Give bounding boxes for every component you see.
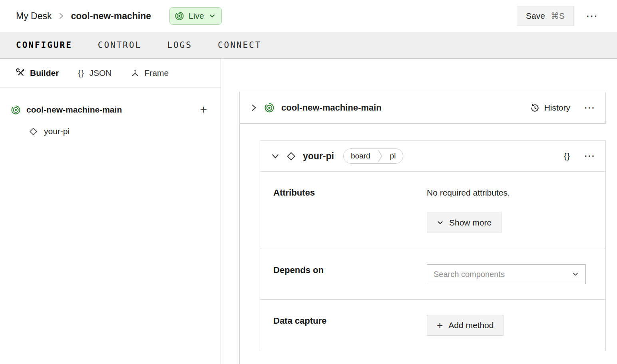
data-capture-content: + Add method xyxy=(427,315,586,336)
machine-card-title: cool-new-machine-main xyxy=(281,103,382,113)
save-button[interactable]: Save ⌘S xyxy=(517,6,574,26)
braces-icon: {} xyxy=(564,151,570,160)
breadcrumb-root[interactable]: My Desk xyxy=(16,11,52,22)
save-label: Save xyxy=(526,11,545,21)
mode-builder[interactable]: Builder xyxy=(16,68,59,78)
tab-logs[interactable]: LOGS xyxy=(167,40,192,50)
breadcrumb: My Desk cool-new-machine xyxy=(16,11,151,22)
machine-part-tree: cool-new-machine-main + your-pi xyxy=(0,87,221,140)
chevron-down-icon xyxy=(209,13,215,19)
mode-frame[interactable]: Frame xyxy=(131,68,169,78)
clock-history-icon xyxy=(530,103,539,113)
collapse-component-chevron-down-icon[interactable] xyxy=(271,152,279,160)
machine-more-button[interactable]: ⋯ xyxy=(584,102,595,113)
live-status-dropdown[interactable]: Live xyxy=(169,7,222,25)
badge-pi[interactable]: pi xyxy=(383,149,403,163)
attributes-section: Attributes No required attributes. Show … xyxy=(260,172,605,249)
badge-board[interactable]: board xyxy=(344,149,378,163)
top-header: My Desk cool-new-machine Live Save xyxy=(0,0,617,32)
tree-item-machine-main[interactable]: cool-new-machine-main + xyxy=(11,101,221,119)
chevron-down-icon xyxy=(437,220,444,226)
chevron-right-icon xyxy=(58,12,64,20)
tools-icon xyxy=(16,68,25,77)
breadcrumb-current: cool-new-machine xyxy=(71,11,151,22)
header-actions: Save ⌘S ⋯ xyxy=(517,6,601,26)
component-more-button[interactable]: ⋯ xyxy=(584,150,595,162)
header-more-button[interactable]: ⋯ xyxy=(583,9,601,23)
save-shortcut: ⌘S xyxy=(551,11,565,21)
ellipsis-icon: ⋯ xyxy=(586,9,598,22)
tree-indent-line xyxy=(239,124,240,364)
history-label: History xyxy=(544,103,570,113)
component-json-button[interactable]: {} xyxy=(564,151,570,161)
history-button[interactable]: History xyxy=(530,103,570,113)
show-more-button[interactable]: Show more xyxy=(427,212,502,233)
ellipsis-icon: ⋯ xyxy=(584,101,595,114)
mode-json[interactable]: {} JSON xyxy=(78,68,111,78)
data-capture-label: Data capture xyxy=(273,315,427,326)
depends-on-label: Depends on xyxy=(273,264,427,275)
component-card-header: your-pi board pi {} ⋯ xyxy=(260,141,605,172)
depends-on-section: Depends on xyxy=(260,249,605,299)
machine-part-card: cool-new-machine-main History xyxy=(239,92,606,124)
chevron-down-icon xyxy=(572,271,579,277)
config-sidebar: Builder {} JSON Frame xyxy=(0,59,221,364)
attributes-content: No required attributes. Show more xyxy=(427,187,586,233)
depends-on-select[interactable] xyxy=(427,264,586,284)
main-tabbar: CONFIGURE CONTROL LOGS CONNECT xyxy=(0,32,617,59)
tab-configure[interactable]: CONFIGURE xyxy=(16,40,72,50)
braces-icon: {} xyxy=(78,68,84,78)
plus-icon: + xyxy=(437,320,443,330)
component-card-actions: {} ⋯ xyxy=(564,150,595,162)
diamond-icon xyxy=(286,151,296,161)
live-label: Live xyxy=(189,11,204,21)
component-type-badges: board pi xyxy=(343,148,403,164)
add-method-label: Add method xyxy=(448,320,494,330)
search-components-input[interactable] xyxy=(434,270,568,279)
config-main: cool-new-machine-main History xyxy=(221,59,617,364)
ellipsis-icon: ⋯ xyxy=(584,150,595,162)
show-more-label: Show more xyxy=(449,218,492,228)
component-card-your-pi: your-pi board pi {} ⋯ xyxy=(260,140,606,351)
tab-connect[interactable]: CONNECT xyxy=(218,40,262,50)
expand-machine-chevron-right-icon[interactable] xyxy=(250,104,257,112)
attributes-empty-text: No required attributes. xyxy=(427,188,586,198)
attributes-label: Attributes xyxy=(273,187,427,198)
data-capture-section: Data capture + Add method xyxy=(260,299,605,351)
add-method-button[interactable]: + Add method xyxy=(427,315,504,336)
diamond-icon xyxy=(29,127,38,136)
machine-card-actions: History ⋯ xyxy=(530,102,595,113)
tree-child-label: your-pi xyxy=(44,127,70,136)
sidebar-mode-bar: Builder {} JSON Frame xyxy=(0,59,221,87)
tree-item-your-pi[interactable]: your-pi xyxy=(29,123,221,140)
depends-on-content xyxy=(427,264,586,284)
machine-target-icon xyxy=(265,103,274,113)
body-split: Builder {} JSON Frame xyxy=(0,59,617,364)
mode-frame-label: Frame xyxy=(144,68,169,78)
frame-axes-icon xyxy=(131,69,139,77)
mode-json-label: JSON xyxy=(89,68,111,78)
add-component-button[interactable]: + xyxy=(200,104,207,116)
app-root: My Desk cool-new-machine Live Save xyxy=(0,0,617,364)
machine-target-icon xyxy=(11,105,20,115)
mode-builder-label: Builder xyxy=(30,68,59,78)
component-title: your-pi xyxy=(303,151,334,162)
badge-separator-chevron-icon xyxy=(378,149,383,163)
tab-control[interactable]: CONTROL xyxy=(98,40,142,50)
tree-root-label: cool-new-machine-main xyxy=(26,105,122,115)
live-target-icon xyxy=(175,12,184,20)
